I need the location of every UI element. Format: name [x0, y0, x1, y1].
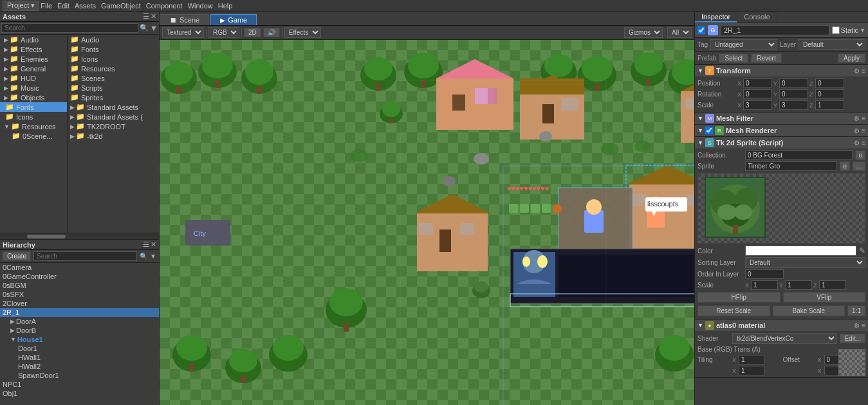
assets-search-input[interactable] — [1, 23, 138, 33]
tiling-y-input[interactable] — [739, 366, 764, 375]
right-tree-standard-assets2[interactable]: ▶ 📁Standard Assets ( — [68, 112, 159, 122]
hierarchy-item-door1[interactable]: Door1 — [0, 344, 159, 353]
ratio-button[interactable]: 1:1 — [847, 305, 865, 316]
rot-x-input[interactable] — [743, 89, 772, 99]
menu-help[interactable]: Help — [218, 2, 233, 10]
sprite-input[interactable] — [745, 161, 837, 171]
hierarchy-item-obj1[interactable]: Obj1 — [0, 389, 159, 398]
hierarchy-item-0ssfx[interactable]: 0sSFX — [0, 290, 159, 299]
collection-input[interactable] — [745, 150, 853, 160]
scale-y-input[interactable] — [779, 100, 808, 110]
tiling-x-input[interactable] — [739, 355, 764, 364]
tk2d-menu-icon[interactable]: ≡ — [862, 140, 865, 147]
sorting-layer-select[interactable]: Default — [745, 257, 865, 268]
right-tree-icons[interactable]: 📁Icons — [68, 54, 159, 64]
tree-item-resources[interactable]: ▼ 📁Resources — [0, 122, 67, 131]
assets-scrollbar[interactable] — [0, 233, 159, 239]
revert-button[interactable]: Revert — [751, 53, 781, 63]
color-picker-icon[interactable]: ✎ — [859, 246, 865, 255]
mesh-filter-menu-icon[interactable]: ≡ — [862, 115, 865, 122]
material-header[interactable]: ▼ ● atlas0 material ⚙ ≡ — [695, 320, 868, 331]
mesh-renderer-checkbox[interactable] — [705, 127, 713, 134]
static-dropdown-icon[interactable]: ▼ — [860, 27, 865, 33]
search-all-select[interactable]: All — [667, 27, 692, 38]
menu-file[interactable]: File — [41, 2, 52, 10]
transform-header[interactable]: ▼ T Transform ⚙ ≡ — [695, 65, 868, 76]
color-preview[interactable] — [745, 246, 856, 256]
apply-button[interactable]: Apply — [838, 53, 865, 63]
sprite-sz-input[interactable] — [819, 280, 846, 290]
right-tree-scenes[interactable]: 📁Scenes — [68, 73, 159, 83]
pos-y-input[interactable] — [779, 78, 808, 88]
tree-item-audio[interactable]: ▶ 📁Audio — [0, 35, 67, 44]
hierarchy-close-icon[interactable]: ✕ — [151, 240, 156, 249]
hierarchy-item-doorb[interactable]: ▶DoorB — [0, 326, 159, 335]
tree-item-objects[interactable]: ▶ 📁Objects — [0, 93, 67, 102]
static-checkbox[interactable] — [832, 26, 840, 34]
sprite-btn-e[interactable]: e — [840, 161, 850, 171]
hierarchy-item-doora[interactable]: ▶DoorA — [0, 317, 159, 326]
mesh-filter-header[interactable]: ▼ M Mesh Filter ⚙ ≡ — [695, 113, 868, 124]
project-menu[interactable]: Project ▾ — [3, 1, 39, 11]
tab-scene[interactable]: 🔲 Scene — [160, 14, 209, 25]
active-checkbox[interactable] — [697, 26, 705, 34]
tag-select[interactable]: Untagged — [710, 39, 777, 50]
mesh-renderer-settings-icon[interactable]: ⚙ — [854, 127, 860, 134]
pos-z-input[interactable] — [815, 78, 844, 88]
right-tree-fonts[interactable]: 📁Fonts — [68, 44, 159, 54]
effects-select[interactable]: Effects — [284, 27, 321, 38]
render-mode-select[interactable]: Textured — [162, 27, 204, 38]
create-button[interactable]: Create — [3, 251, 31, 261]
hflip-button[interactable]: HFlip — [697, 292, 780, 303]
material-settings-icon[interactable]: ⚙ — [854, 322, 860, 329]
hierarchy-item-house1[interactable]: ▼House1 — [0, 335, 159, 344]
rot-z-input[interactable] — [815, 89, 844, 99]
tab-inspector[interactable]: Inspector — [695, 12, 737, 22]
hierarchy-options-icon[interactable]: ☰ — [143, 240, 149, 249]
hierarchy-item-hwall2[interactable]: HWall2 — [0, 362, 159, 371]
tree-item-fonts[interactable]: 📁Fonts — [0, 102, 67, 112]
scale-z-input[interactable] — [815, 100, 844, 110]
audio-toggle[interactable]: 🔊 — [263, 28, 280, 37]
tree-item-music[interactable]: ▶ 📁Music — [0, 83, 67, 93]
tk2d-sprite-header[interactable]: ▼ S Tk 2d Sprite (Script) ⚙ ≡ — [695, 137, 868, 148]
color-space-select[interactable]: RGB — [208, 27, 239, 38]
right-tree-resources[interactable]: 📁Resources — [68, 64, 159, 73]
bake-scale-button[interactable]: Bake Scale — [773, 305, 845, 316]
hierarchy-filter-icon[interactable]: ▼ — [150, 253, 156, 260]
tree-item-enemies[interactable]: ▶ 📁Enemies — [0, 54, 67, 64]
menu-edit[interactable]: Edit — [57, 2, 69, 10]
sprite-sy-input[interactable] — [785, 280, 812, 290]
right-tree-sprites[interactable]: 📁Sprites — [68, 93, 159, 102]
hierarchy-item-2clover[interactable]: 2Clover — [0, 299, 159, 308]
shader-select[interactable]: tk2d/BlendVertexCo — [732, 333, 837, 344]
scale-x-input[interactable] — [743, 100, 772, 110]
right-tree-tk2d[interactable]: ▶ 📁-tk2d — [68, 131, 159, 141]
2d-toggle[interactable]: 2D — [244, 28, 261, 37]
sprite-sx-input[interactable] — [751, 280, 778, 290]
tree-item-effects[interactable]: ▶ 📁Effects — [0, 44, 67, 54]
hierarchy-item-hwall1[interactable]: HWall1 — [0, 353, 159, 362]
assets-options-icon[interactable]: ☰ — [143, 12, 149, 21]
menu-window[interactable]: Window — [188, 2, 213, 10]
hierarchy-search-input[interactable] — [33, 251, 137, 261]
mesh-filter-settings-icon[interactable]: ⚙ — [854, 115, 860, 122]
layer-select[interactable]: Default — [799, 39, 865, 50]
object-name-input[interactable] — [721, 25, 829, 35]
transform-menu-icon[interactable]: ≡ — [862, 68, 865, 75]
hierarchy-item-0camera[interactable]: 0Camera — [0, 263, 159, 272]
pos-x-input[interactable] — [743, 78, 772, 88]
gizmos-select[interactable]: Gizmos — [624, 27, 663, 38]
tk2d-settings-icon[interactable]: ⚙ — [854, 140, 860, 147]
hierarchy-item-spawndoor1[interactable]: SpawnDoor1 — [0, 371, 159, 380]
rot-y-input[interactable] — [779, 89, 808, 99]
tree-item-icons[interactable]: 📁Icons — [0, 112, 67, 122]
material-menu-icon[interactable]: ≡ — [862, 322, 865, 329]
order-layer-input[interactable] — [745, 269, 784, 279]
reset-scale-button[interactable]: Reset Scale — [697, 305, 770, 316]
scene-viewport[interactable]: ♥♥♥♥♥♥♥♥♥♥ lisscoupts — [160, 40, 694, 405]
right-tree-tk2droot[interactable]: ▶ 📁TK2DROOT — [68, 122, 159, 131]
sprite-btn-dots[interactable]: … — [853, 161, 865, 171]
menu-assets[interactable]: Assets — [75, 2, 96, 10]
tab-console[interactable]: Console — [737, 12, 777, 22]
